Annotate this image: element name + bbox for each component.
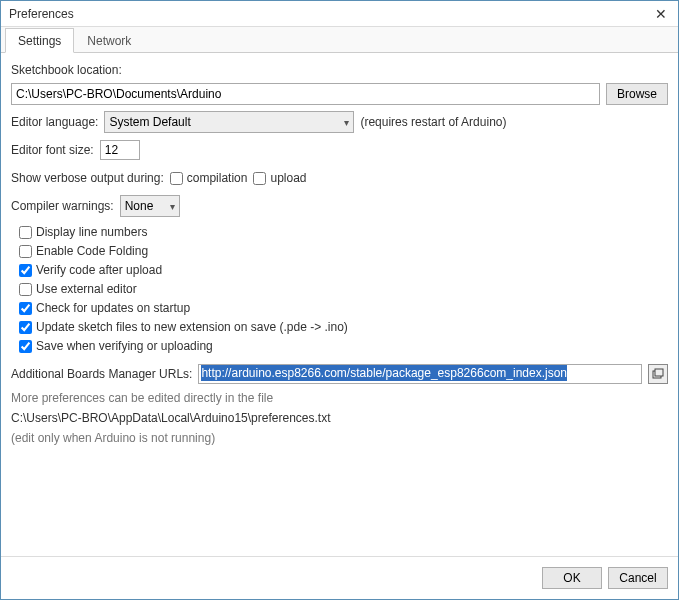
boards-url-value: http://arduino.esp8266.com/stable/packag… [201,365,567,381]
prefs-file-hint1: More preferences can be edited directly … [11,391,668,405]
verify-after-upload-check[interactable]: Verify code after upload [19,263,668,277]
options-list: Display line numbers Enable Code Folding… [11,223,668,353]
ok-button[interactable]: OK [542,567,602,589]
verbose-compilation-label: compilation [187,171,248,185]
save-when-verify-check[interactable]: Save when verifying or uploading [19,339,668,353]
verbose-compilation-check[interactable]: compilation [170,171,248,185]
verbose-upload-checkbox[interactable] [253,172,266,185]
display-line-numbers-check[interactable]: Display line numbers [19,225,668,239]
close-icon[interactable]: ✕ [652,5,670,23]
language-select[interactable]: System Default [104,111,354,133]
warnings-label: Compiler warnings: [11,199,114,213]
verbose-upload-label: upload [270,171,306,185]
browse-button[interactable]: Browse [606,83,668,105]
sketchbook-path-input[interactable] [11,83,600,105]
enable-code-folding-checkbox[interactable] [19,245,32,258]
save-when-verify-checkbox[interactable] [19,340,32,353]
check-updates-check[interactable]: Check for updates on startup [19,301,668,315]
window-title: Preferences [9,7,74,21]
warnings-select-wrap: None [120,195,180,217]
font-size-label: Editor font size: [11,143,94,157]
use-external-editor-check[interactable]: Use external editor [19,282,668,296]
update-sketch-ext-check[interactable]: Update sketch files to new extension on … [19,320,668,334]
window-icon [652,368,664,380]
expand-urls-button[interactable] [648,364,668,384]
update-sketch-ext-checkbox[interactable] [19,321,32,334]
svg-rect-1 [655,369,663,376]
font-size-input[interactable] [100,140,140,160]
content-area: Sketchbook location: Browse Editor langu… [1,53,678,556]
sketchbook-label: Sketchbook location: [11,63,668,77]
cancel-button[interactable]: Cancel [608,567,668,589]
footer: OK Cancel [1,556,678,599]
titlebar: Preferences ✕ [1,1,678,27]
tab-bar: Settings Network [1,27,678,53]
display-line-numbers-checkbox[interactable] [19,226,32,239]
warnings-select[interactable]: None [120,195,180,217]
boards-url-label: Additional Boards Manager URLs: [11,367,192,381]
language-label: Editor language: [11,115,98,129]
preferences-window: Preferences ✕ Settings Network Sketchboo… [0,0,679,600]
language-hint: (requires restart of Arduino) [360,115,506,129]
verbose-label: Show verbose output during: [11,171,164,185]
verify-after-upload-checkbox[interactable] [19,264,32,277]
prefs-file-hint2: (edit only when Arduino is not running) [11,431,668,445]
use-external-editor-checkbox[interactable] [19,283,32,296]
verbose-compilation-checkbox[interactable] [170,172,183,185]
prefs-file-path: C:\Users\PC-BRO\AppData\Local\Arduino15\… [11,411,668,425]
tab-settings[interactable]: Settings [5,28,74,53]
language-select-wrap: System Default [104,111,354,133]
check-updates-checkbox[interactable] [19,302,32,315]
enable-code-folding-check[interactable]: Enable Code Folding [19,244,668,258]
tab-network[interactable]: Network [74,28,144,53]
boards-url-input[interactable]: http://arduino.esp8266.com/stable/packag… [198,364,642,384]
verbose-upload-check[interactable]: upload [253,171,306,185]
